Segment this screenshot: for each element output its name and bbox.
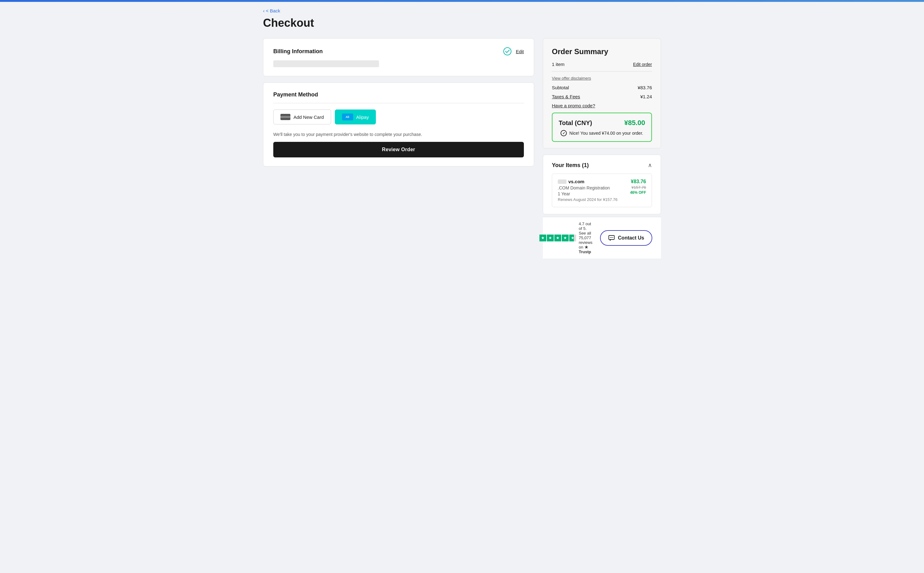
payment-method-card: Payment Method Add New Card Ali Alipay W…: [263, 83, 534, 166]
item-card: vs.com .COM Domain Registration 1 Year R…: [552, 174, 652, 207]
star-3: ★: [554, 235, 561, 241]
subtotal-value: ¥83.76: [638, 85, 652, 90]
svg-point-2: [610, 237, 610, 238]
payment-options: Add New Card Ali Alipay: [273, 110, 524, 124]
billing-edit-link[interactable]: Edit: [516, 49, 524, 54]
edit-order-link[interactable]: Edit order: [633, 62, 652, 67]
order-summary-title: Order Summary: [552, 47, 652, 56]
payment-notice: We'll take you to your payment provider'…: [273, 132, 524, 137]
star-4: ★: [562, 235, 569, 241]
item-count: 1 item: [552, 62, 565, 67]
footer-bar: ★ ★ ★ ★ ★ 4.7 out of 5. See all 75,077 r…: [543, 217, 661, 258]
svg-point-4: [612, 237, 613, 238]
payment-title: Payment Method: [273, 91, 524, 103]
star-2: ★: [547, 235, 554, 241]
star-1: ★: [539, 235, 546, 241]
promo-code-link[interactable]: Have a promo code?: [552, 103, 595, 108]
svg-point-3: [611, 237, 612, 238]
order-summary-card: Order Summary 1 item Edit order View off…: [543, 38, 661, 149]
back-chevron-icon: ‹: [263, 8, 265, 13]
total-label: Total (CNY): [559, 119, 592, 127]
page-title: Checkout: [263, 17, 661, 30]
your-items-title: Your Items (1): [552, 162, 589, 169]
billing-information-card: Billing Information Edit: [263, 38, 534, 76]
trustpilot-text: 4.7 out of 5. See all 75,077 reviews on …: [579, 221, 592, 254]
billing-info-placeholder: [273, 60, 379, 67]
stars-container: ★ ★ ★ ★ ★: [539, 235, 576, 241]
collapse-icon[interactable]: ∧: [648, 162, 652, 169]
contact-us-button[interactable]: Contact Us: [600, 230, 652, 246]
item-pricing: ¥83.76 ¥157.76 46% OFF: [630, 179, 646, 195]
alipay-option[interactable]: Ali Alipay: [335, 110, 376, 124]
billing-title: Billing Information: [273, 48, 323, 55]
back-link[interactable]: ‹ < Back: [263, 8, 280, 13]
item-duration: 1 Year: [558, 191, 630, 196]
item-name-placeholder: [558, 180, 567, 184]
item-renews: Renews August 2024 for ¥157.76: [558, 197, 630, 202]
savings-icon: ✓: [560, 130, 567, 136]
chat-icon: [608, 235, 615, 241]
item-price: ¥83.76: [631, 179, 646, 185]
svg-point-0: [504, 48, 511, 55]
review-order-button[interactable]: Review Order: [273, 142, 524, 157]
credit-card-icon: [281, 114, 290, 120]
total-box: Total (CNY) ¥85.00 ✓ Nice! You saved ¥74…: [552, 113, 652, 142]
item-original-price: ¥157.76: [631, 185, 646, 190]
item-type: .COM Domain Registration: [558, 185, 630, 190]
item-discount: 46% OFF: [630, 190, 646, 195]
check-circle-icon: [503, 47, 512, 55]
alipay-icon: Ali: [342, 114, 353, 121]
subtotal-label: Subtotal: [552, 85, 569, 90]
savings-message: ✓ Nice! You saved ¥74.00 on your order.: [559, 130, 645, 136]
trustpilot-row: ★ ★ ★ ★ ★ 4.7 out of 5. See all 75,077 r…: [539, 221, 600, 254]
taxes-fees-link[interactable]: Taxes & Fees: [552, 94, 580, 99]
add-new-card-option[interactable]: Add New Card: [273, 110, 331, 124]
view-disclaimers-link[interactable]: View offer disclaimers: [552, 76, 652, 81]
your-items-card: Your Items (1) ∧ vs.com .COM Domain Regi…: [543, 155, 661, 214]
taxes-value: ¥1.24: [640, 94, 652, 99]
total-value: ¥85.00: [624, 119, 645, 127]
star-5-half: ★: [569, 235, 576, 241]
